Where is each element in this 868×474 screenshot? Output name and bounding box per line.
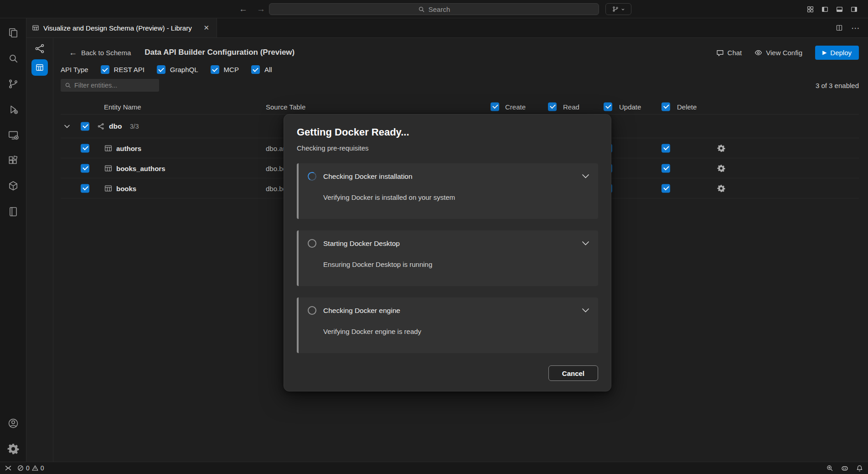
step-title: Starting Docker Desktop	[323, 240, 400, 248]
nav-back-icon[interactable]: ←	[239, 4, 248, 14]
delete-all-checkbox[interactable]	[661, 102, 670, 111]
remote-window-icon[interactable]	[2, 122, 24, 148]
schema-nodes-icon	[97, 122, 105, 130]
row-checkbox[interactable]	[81, 144, 89, 152]
spinner-icon	[307, 171, 317, 182]
group-count: 3/3	[130, 123, 139, 130]
command-center-search[interactable]: Search	[269, 3, 599, 15]
warning-count: 0	[41, 464, 44, 472]
delete-checkbox[interactable]	[661, 144, 670, 152]
error-circle-slash-icon	[17, 465, 24, 471]
back-to-schema-link[interactable]: ← Back to Schema	[69, 48, 131, 57]
all-checkbox[interactable]	[251, 65, 260, 74]
view-config-button[interactable]: View Config	[754, 49, 802, 57]
toggle-primary-sidebar-icon[interactable]	[821, 5, 829, 13]
table-icon	[104, 144, 112, 152]
filter-rest-api[interactable]: REST API	[101, 65, 145, 74]
filter-graphql[interactable]: GraphQL	[157, 65, 198, 74]
title-bar: ← → Search	[0, 0, 868, 18]
status-bar: 0 0	[0, 462, 868, 474]
database-projects-icon[interactable]	[2, 199, 24, 224]
group-checkbox[interactable]	[81, 122, 89, 130]
entity-filter-input[interactable]	[74, 82, 155, 89]
create-all-checkbox[interactable]	[491, 102, 499, 111]
cancel-button[interactable]: Cancel	[548, 365, 598, 381]
copilot-icon[interactable]	[841, 464, 848, 472]
deploy-button[interactable]: ▶ Deploy	[815, 46, 859, 60]
step-description: Verifying Docker engine is ready	[323, 328, 589, 335]
row-settings-gear-icon[interactable]	[717, 184, 725, 193]
problems-indicator[interactable]: 0 0	[17, 464, 44, 472]
filter-mcp[interactable]: MCP	[211, 65, 239, 74]
eye-icon	[754, 49, 762, 57]
chat-button[interactable]: Chat	[716, 49, 742, 57]
step-docker-desktop: Starting Docker Desktop Ensuring Docker …	[297, 230, 598, 286]
step-description: Verifying Docker is installed on your sy…	[323, 193, 589, 201]
schema-table-icon	[32, 24, 39, 31]
col-source-table: Source Table	[266, 103, 305, 110]
toggle-panel-icon[interactable]	[836, 5, 843, 13]
tab-visualize-design-schema[interactable]: Visualize and Design Schema (Preview) - …	[26, 18, 217, 37]
col-read: Read	[563, 103, 579, 110]
toggle-secondary-sidebar-icon[interactable]	[850, 5, 858, 13]
source-control-icon[interactable]	[2, 71, 24, 97]
back-label: Back to Schema	[81, 49, 131, 57]
table-icon	[104, 164, 112, 172]
search-icon	[418, 6, 425, 13]
read-all-checkbox[interactable]	[548, 102, 557, 111]
mcp-checkbox[interactable]	[211, 65, 219, 74]
page-title: Data API Builder Configuration (Preview)	[145, 48, 294, 57]
chevron-down-icon[interactable]	[582, 174, 589, 178]
search-sidebar-icon[interactable]	[2, 46, 24, 71]
enabled-count: 3 of 3 enabled	[816, 82, 859, 89]
more-actions-icon[interactable]: ⋯	[851, 24, 860, 32]
chevron-down-icon[interactable]	[582, 308, 589, 313]
step-header[interactable]: Checking Docker installation	[308, 172, 589, 181]
step-header[interactable]: Checking Docker engine	[308, 306, 589, 315]
col-update: Update	[619, 103, 641, 110]
deploy-label: Deploy	[830, 49, 852, 57]
row-settings-gear-icon[interactable]	[717, 164, 725, 172]
nav-forward-icon[interactable]: →	[257, 4, 265, 14]
update-all-checkbox[interactable]	[604, 102, 612, 111]
schema-designer-icon[interactable]	[34, 43, 46, 54]
row-settings-gear-icon[interactable]	[717, 144, 725, 152]
package-icon[interactable]	[2, 173, 24, 199]
dab-config-icon[interactable]	[31, 59, 48, 76]
row-checkbox[interactable]	[81, 164, 89, 172]
entity-filter-field[interactable]	[61, 79, 159, 92]
view-config-label: View Config	[766, 49, 802, 57]
split-editor-icon[interactable]	[836, 24, 843, 31]
entity-name: authors	[116, 144, 141, 152]
chevron-down-icon[interactable]	[582, 241, 589, 245]
rest-api-label: REST API	[114, 66, 145, 73]
row-checkbox[interactable]	[81, 184, 89, 193]
delete-checkbox[interactable]	[661, 184, 670, 193]
rest-api-checkbox[interactable]	[101, 65, 109, 74]
settings-gear-icon[interactable]	[2, 436, 24, 462]
api-type-filter: API Type REST API GraphQL MCP	[61, 65, 859, 74]
step-description: Ensuring Docker Desktop is running	[323, 260, 589, 268]
back-arrow-icon: ←	[69, 48, 77, 57]
col-entity-name: Entity Name	[104, 103, 141, 110]
tab-close-icon[interactable]: ✕	[202, 23, 211, 33]
remote-indicator-icon[interactable]	[5, 465, 11, 471]
customize-layout-icon[interactable]	[806, 5, 814, 13]
zoom-icon[interactable]	[827, 465, 833, 472]
step-header[interactable]: Starting Docker Desktop	[308, 239, 589, 248]
notifications-bell-icon[interactable]	[856, 465, 863, 472]
graphql-checkbox[interactable]	[157, 65, 165, 74]
pending-circle-icon	[308, 306, 316, 315]
dialog-title: Getting Docker Ready...	[297, 126, 598, 138]
extensions-icon[interactable]	[2, 148, 24, 173]
step-title: Checking Docker installation	[323, 172, 413, 181]
account-icon[interactable]	[2, 411, 24, 436]
session-dropdown-button[interactable]	[605, 3, 631, 15]
search-placeholder: Search	[429, 5, 450, 13]
explorer-icon[interactable]	[2, 20, 24, 46]
group-chevron-down-icon[interactable]	[64, 125, 70, 128]
dialog-subtitle: Checking pre-requisites	[297, 144, 598, 152]
filter-all[interactable]: All	[251, 65, 272, 74]
delete-checkbox[interactable]	[661, 164, 670, 172]
run-debug-icon[interactable]	[2, 97, 24, 122]
